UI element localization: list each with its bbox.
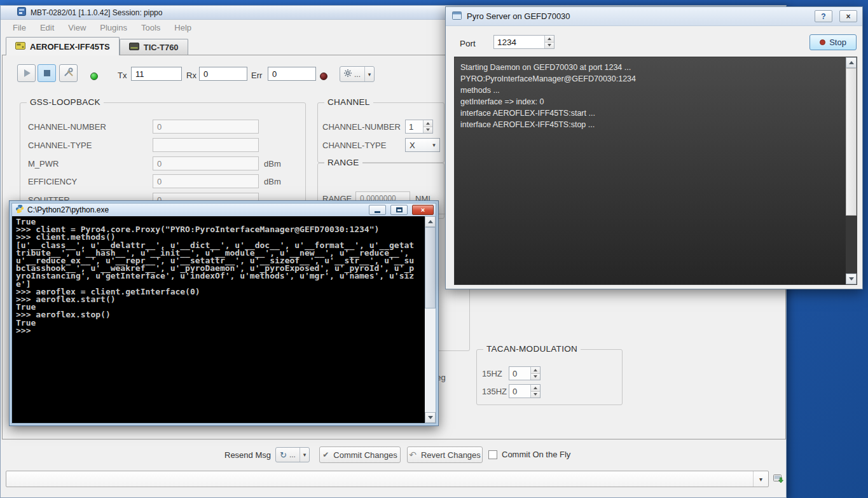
close-icon: ×: [421, 206, 425, 214]
link-status-led: [90, 73, 98, 80]
refresh-icon: ↻: [280, 450, 287, 460]
rx-label: Rx: [186, 71, 196, 80]
spinner-down-icon[interactable]: [424, 127, 432, 134]
python-console-window: C:\Python27\python.exe × True >>> client…: [9, 200, 439, 426]
tabstrip: AEROFLEX-IFF45TS TIC-T760: [6, 37, 188, 55]
message-combobox[interactable]: ▾: [6, 471, 769, 487]
chevron-down-icon[interactable]: ▾: [300, 448, 309, 462]
help-button[interactable]: ?: [815, 10, 832, 22]
spinner-up-icon[interactable]: [531, 367, 540, 373]
tacan-15hz-label: 15HZ: [482, 369, 509, 378]
stop-icon: [820, 39, 825, 45]
menu-item-tools[interactable]: Tools: [134, 21, 167, 34]
field-unit: dBm: [264, 177, 281, 186]
server-log-panel: Starting Daemon on GEFD70030 at port 123…: [454, 57, 857, 285]
wrench-icon: [64, 67, 74, 80]
python-icon: [15, 204, 24, 216]
tab-label: AEROFLEX-IFF45TS: [30, 42, 110, 52]
tx-label: Tx: [118, 71, 127, 80]
scroll-down-button[interactable]: [846, 273, 857, 284]
commit-on-the-fly-checkbox[interactable]: Commit On the Fly: [488, 450, 570, 459]
menu-item-help[interactable]: Help: [167, 21, 198, 34]
rx-count-field[interactable]: 0: [199, 67, 247, 81]
pyro-app-icon: [452, 11, 462, 22]
maximize-button[interactable]: [390, 205, 408, 215]
menu-item-file[interactable]: File: [6, 21, 33, 34]
console-scrollbar[interactable]: [425, 216, 436, 423]
tacan-135hz-spinner[interactable]: 0: [509, 384, 541, 398]
spinner-up-icon[interactable]: [545, 36, 554, 42]
tab-tic-t760[interactable]: TIC-T760: [120, 39, 188, 55]
menu-item-view[interactable]: View: [61, 21, 93, 34]
stop-icon: [44, 70, 50, 76]
field-value[interactable]: [153, 138, 259, 152]
spinner-up-icon[interactable]: [531, 385, 540, 391]
scroll-up-button[interactable]: [425, 216, 436, 227]
scroll-down-button[interactable]: [425, 412, 436, 423]
checkbox-label: Commit On the Fly: [502, 450, 570, 459]
gear-icon: [344, 69, 352, 79]
stop-toggle-button[interactable]: [38, 64, 56, 82]
scroll-thumb[interactable]: [846, 68, 857, 216]
tools-button[interactable]: [59, 64, 78, 82]
minimize-icon: [375, 211, 380, 213]
chevron-down-icon: ▾: [429, 142, 439, 148]
pyro-titlebar[interactable]: Pyro Server on GEFD70030 ? ×: [446, 7, 862, 26]
channel-number-spinner[interactable]: 1: [405, 120, 433, 134]
close-button[interactable]: ×: [412, 205, 434, 215]
channel-type-label: CHANNEL-TYPE: [322, 141, 405, 150]
field-value[interactable]: 0: [153, 156, 259, 170]
app-icon: [17, 7, 26, 18]
commit-changes-button[interactable]: ✔ Commit Changes: [319, 446, 401, 463]
tacan-15hz-spinner[interactable]: 0: [509, 366, 541, 380]
select-value: X: [406, 141, 429, 150]
field-label: M_PWR: [28, 159, 153, 169]
port-spinner[interactable]: 1234: [493, 35, 555, 49]
python-titlebar[interactable]: C:\Python27\python.exe ×: [12, 204, 436, 216]
maximize-icon: [396, 207, 403, 212]
port-label: Port: [460, 39, 476, 48]
close-button[interactable]: ×: [839, 10, 857, 22]
checkbox-box[interactable]: [488, 450, 497, 459]
resend-msg-label: Resend Msg: [224, 450, 271, 460]
console-output[interactable]: True >>> client = Pyro4.core.Proxy("PYRO…: [12, 216, 425, 423]
settings-split-button[interactable]: ... ▾: [340, 66, 375, 82]
err-count-field[interactable]: 0: [268, 67, 316, 81]
spinner-down-icon[interactable]: [531, 373, 540, 380]
menu-item-edit[interactable]: Edit: [33, 21, 61, 34]
play-button[interactable]: [17, 64, 36, 82]
group-title: CHANNEL: [324, 97, 373, 107]
check-icon: ✔: [322, 450, 329, 459]
group-title: RANGE: [324, 158, 362, 167]
field-unit: dBm: [264, 159, 281, 169]
help-icon: ?: [821, 12, 825, 21]
spinner-up-icon[interactable]: [424, 120, 432, 127]
export-icon[interactable]: [773, 473, 784, 487]
error-status-led: [320, 73, 327, 80]
log-output: Starting Daemon on GEFD70030 at port 123…: [455, 57, 846, 284]
tab-aeroflex-iff45ts[interactable]: AEROFLEX-IFF45TS: [6, 37, 120, 55]
window-title: MBT-0282/01 [1.1.0.42] Session: pippo: [31, 8, 162, 17]
resend-split-button[interactable]: ↻ ... ▾: [275, 447, 310, 462]
spinner-down-icon[interactable]: [545, 42, 554, 49]
scroll-up-button[interactable]: [846, 57, 857, 68]
spinner-down-icon[interactable]: [531, 391, 540, 398]
field-value[interactable]: 0: [153, 120, 259, 134]
field-value[interactable]: 0: [153, 174, 259, 188]
channel-type-select[interactable]: X ▾: [405, 138, 440, 152]
python-console[interactable]: True >>> client = Pyro4.core.Proxy("PYRO…: [12, 216, 436, 423]
minimize-button[interactable]: [369, 205, 386, 215]
log-scrollbar[interactable]: [846, 57, 857, 284]
revert-icon: ↶: [409, 450, 417, 460]
close-icon: ×: [846, 12, 850, 21]
err-label: Err: [251, 71, 262, 80]
stop-button[interactable]: Stop: [809, 34, 857, 50]
chevron-down-icon[interactable]: ▾: [364, 67, 374, 81]
python-window-title: C:\Python27\python.exe: [27, 205, 364, 214]
group-title: GSS-LOOPBACK: [27, 97, 104, 107]
scroll-thumb[interactable]: [425, 227, 436, 308]
group-title: TACAN-MODULATION: [483, 344, 581, 354]
tx-count-field[interactable]: 11: [131, 67, 182, 81]
revert-changes-button[interactable]: ↶ Revert Changes: [407, 446, 483, 463]
menu-item-plugins[interactable]: Plugins: [93, 21, 134, 34]
